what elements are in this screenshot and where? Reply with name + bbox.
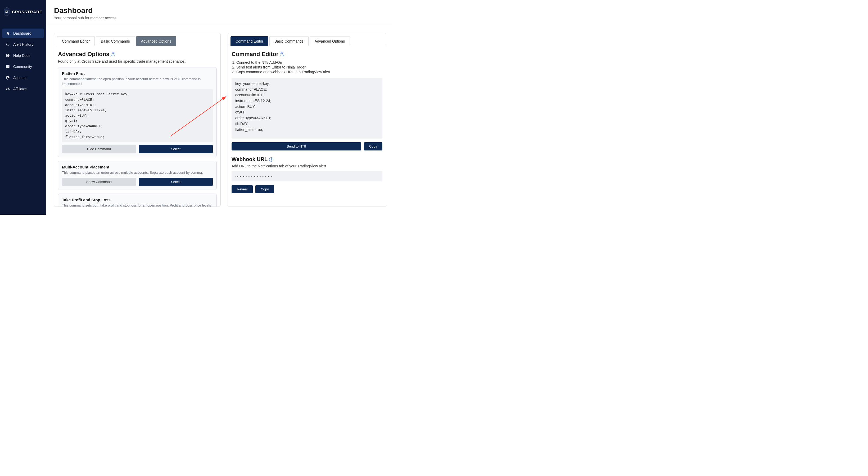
card-multi-account: Multi-Account Placement This command pla… <box>58 161 217 190</box>
advanced-options-panel: Command Editor Basic Commands Advanced O… <box>54 33 221 207</box>
sidebar-item-dashboard[interactable]: Dashboard <box>2 29 44 38</box>
right-panel-body[interactable]: Command Editor ? Connect to the NT8 Add-… <box>228 46 386 207</box>
sidebar-item-label: Dashboard <box>13 31 31 35</box>
sidebar-item-affiliates[interactable]: Affiliates <box>2 84 44 94</box>
webhook-subtitle: Add URL to the Notifications tab of your… <box>231 164 382 168</box>
help-icon[interactable]: ? <box>269 157 273 162</box>
card-desc: This command sets both take profit and s… <box>62 203 213 207</box>
content-area: Command Editor Basic Commands Advanced O… <box>46 25 392 215</box>
advanced-options-subtitle: Found only at CrossTrade and used for sp… <box>58 59 217 64</box>
page-subtitle: Your personal hub for member access <box>54 16 384 20</box>
tab-advanced-options[interactable]: Advanced Options <box>136 36 176 46</box>
right-tabs: Command Editor Basic Commands Advanced O… <box>228 33 386 46</box>
command-editor-title: Command Editor ? <box>231 51 382 58</box>
brand-name: CROSSTRADE <box>12 9 42 14</box>
advanced-options-title: Advanced Options ? <box>58 51 217 58</box>
send-to-nt8-button[interactable]: Send to NT8 <box>231 142 361 150</box>
help-icon[interactable]: ? <box>280 52 284 56</box>
sidebar-item-label: Account <box>13 76 27 80</box>
card-title: Multi-Account Placement <box>62 165 213 169</box>
history-icon <box>5 42 10 46</box>
show-command-button[interactable]: Show Command <box>62 178 136 186</box>
select-button[interactable]: Select <box>139 178 213 186</box>
community-icon <box>5 65 10 69</box>
webhook-url-field[interactable]: ························ <box>231 171 382 181</box>
sidebar-item-alert-history[interactable]: Alert History <box>2 40 44 49</box>
step-3: Copy command and webhook URL into Tradin… <box>236 70 382 74</box>
account-icon <box>5 76 10 80</box>
hide-command-button[interactable]: Hide Command <box>62 145 136 153</box>
help-icon[interactable]: ? <box>111 52 115 56</box>
card-desc: This command places an order across mult… <box>62 170 213 175</box>
left-tabs: Command Editor Basic Commands Advanced O… <box>54 33 220 46</box>
sidebar-item-label: Help Docs <box>13 54 30 58</box>
brand-logo: XT CROSSTRADE <box>0 7 46 29</box>
main-area: Dashboard Your personal hub for member a… <box>46 0 392 215</box>
card-desc: This command flattens the open position … <box>62 77 213 86</box>
left-panel-body[interactable]: Advanced Options ? Found only at CrossTr… <box>54 46 220 207</box>
editor-steps: Connect to the NT8 Add-On Send test aler… <box>231 60 382 74</box>
command-editor-panel: Command Editor Basic Commands Advanced O… <box>227 33 386 207</box>
sidebar-item-label: Affiliates <box>13 87 27 91</box>
sidebar-item-community[interactable]: Community <box>2 62 44 71</box>
card-flatten-first: Flatten First This command flattens the … <box>58 67 217 157</box>
card-title: Take Profit and Stop Loss <box>62 198 213 202</box>
webhook-title: Webhook URL ? <box>231 156 382 162</box>
sidebar: XT CROSSTRADE Dashboard Alert History <box>0 0 46 215</box>
sidebar-item-label: Community <box>13 65 32 69</box>
page-header: Dashboard Your personal hub for member a… <box>46 0 392 25</box>
card-title: Flatten First <box>62 71 213 76</box>
command-editor-textarea[interactable]: key=your-secret-key; command=PLACE; acco… <box>231 78 382 139</box>
step-2: Send test alerts from Editor to NinjaTra… <box>236 65 382 69</box>
page-title: Dashboard <box>54 6 384 15</box>
card-tp-sl: Take Profit and Stop Loss This command s… <box>58 194 217 207</box>
home-icon <box>5 31 10 35</box>
tab-advanced-options[interactable]: Advanced Options <box>310 36 350 46</box>
sidebar-item-label: Alert History <box>13 42 33 46</box>
help-icon <box>5 54 10 58</box>
copy-webhook-button[interactable]: Copy <box>255 185 274 193</box>
select-button[interactable]: Select <box>139 145 213 153</box>
command-code-block: key=Your CrossTrade Secret Key; command=… <box>62 89 213 142</box>
reveal-button[interactable]: Reveal <box>231 185 253 193</box>
sidebar-item-help-docs[interactable]: Help Docs <box>2 51 44 60</box>
sidebar-nav: Dashboard Alert History Help Docs Commun… <box>0 29 46 94</box>
sidebar-item-account[interactable]: Account <box>2 73 44 82</box>
copy-command-button[interactable]: Copy <box>364 142 382 150</box>
tab-command-editor[interactable]: Command Editor <box>57 36 95 46</box>
tab-basic-commands[interactable]: Basic Commands <box>96 36 135 46</box>
tab-command-editor[interactable]: Command Editor <box>230 36 268 46</box>
step-1: Connect to the NT8 Add-On <box>236 60 382 65</box>
tab-basic-commands[interactable]: Basic Commands <box>270 36 309 46</box>
brand-badge: XT <box>4 7 10 16</box>
affiliates-icon <box>5 87 10 91</box>
